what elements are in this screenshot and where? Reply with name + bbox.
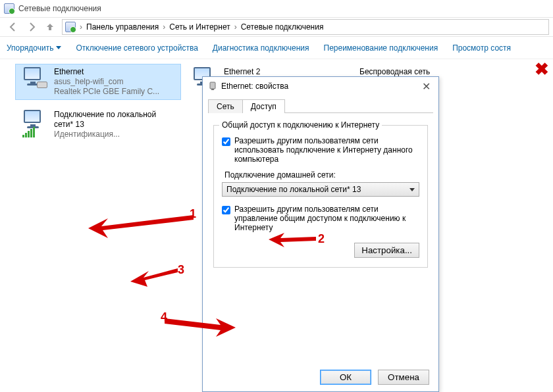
command-bar: Упорядочить Отключение сетевого устройст…: [0, 37, 553, 59]
groupbox-legend: Общий доступ к подключению к Интернету: [219, 120, 382, 130]
adapter-name: Беспроводная сеть: [359, 67, 430, 77]
addr-icon: [65, 22, 76, 32]
adapter-lan13[interactable]: Подключение по локальной сети* 13 Иденти…: [16, 107, 180, 142]
nav-back-button[interactable]: [4, 19, 22, 35]
window-titlebar: Сетевые подключения: [0, 0, 553, 17]
adapter-name: Ethernet 2: [224, 67, 260, 77]
cancel-button[interactable]: Отмена: [378, 370, 429, 385]
allow-sharing-label: Разрешить другим пользователям сети испо…: [234, 136, 419, 164]
breadcrumb-item[interactable]: Сеть и Интернет: [167, 22, 232, 32]
breadcrumb-item[interactable]: Панель управления: [84, 22, 161, 32]
adapter-ethernet[interactable]: Ethernet asus_help-wifi_com Realtek PCIe…: [16, 64, 180, 99]
allow-control-input[interactable]: [222, 206, 230, 214]
home-network-label: Подключение домашней сети:: [224, 170, 419, 180]
properties-dialog: Ethernet: свойства ✕ Сеть Доступ Общий д…: [202, 76, 439, 392]
tab-network[interactable]: Сеть: [208, 99, 243, 113]
allow-sharing-input[interactable]: [222, 137, 230, 146]
nav-up-button[interactable]: [41, 19, 59, 35]
network-adapter-icon: [20, 67, 50, 95]
chevron-right-icon: ›: [161, 22, 167, 32]
organize-menu[interactable]: Упорядочить: [7, 43, 61, 53]
breadcrumb-item[interactable]: Сетевые подключения: [238, 22, 327, 32]
nav-row: › Панель управления › Сеть и Интернет › …: [0, 17, 553, 37]
annotation-4: 4: [161, 310, 167, 324]
adapter-status: asus_help-wifi_com: [54, 77, 159, 87]
view-status-cmd[interactable]: Просмотр состя: [452, 43, 511, 53]
adapter-name: Подключение по локальной сети* 13: [54, 110, 166, 130]
sharing-groupbox: Общий доступ к подключению к Интернету Р…: [213, 125, 428, 268]
adapter-device: Realtek PCIe GBE Family C...: [54, 87, 159, 97]
window-icon: [4, 3, 14, 14]
dialog-titlebar: Ethernet: свойства ✕: [203, 77, 438, 95]
annotation-1: 1: [190, 207, 196, 221]
chevron-right-icon: ›: [233, 22, 238, 32]
network-adapter-icon: [20, 110, 50, 137]
window-title: Сетевые подключения: [18, 4, 101, 13]
nav-forward-button[interactable]: [22, 19, 41, 35]
settings-button[interactable]: Настройка...: [354, 243, 419, 258]
disabled-x-icon: ✖: [535, 59, 549, 80]
adapter-name: Ethernet: [54, 67, 159, 77]
home-network-combo[interactable]: Подключение по локальной сети* 13: [222, 182, 419, 197]
allow-sharing-checkbox[interactable]: Разрешить другим пользователям сети испо…: [222, 136, 419, 164]
diagnose-cmd[interactable]: Диагностика подключения: [213, 43, 309, 53]
ethernet-icon: [208, 82, 217, 91]
svg-rect-0: [210, 82, 215, 89]
allow-control-checkbox[interactable]: Разрешить другим пользователям сети упра…: [222, 205, 419, 232]
svg-rect-1: [211, 89, 214, 90]
chevron-right-icon: ›: [78, 22, 84, 32]
annotation-3: 3: [178, 263, 184, 277]
rename-cmd[interactable]: Переименование подключения: [324, 43, 438, 53]
address-bar[interactable]: › Панель управления › Сеть и Интернет › …: [62, 19, 549, 35]
tab-sharing[interactable]: Доступ: [242, 99, 285, 113]
adapter-status: Идентификация...: [54, 130, 166, 139]
disable-device-cmd[interactable]: Отключение сетевого устройства: [76, 43, 198, 53]
dialog-close-button[interactable]: ✕: [419, 80, 433, 93]
dialog-title: Ethernet: свойства: [221, 82, 288, 91]
allow-control-label: Разрешить другим пользователям сети упра…: [234, 205, 419, 232]
ok-button[interactable]: ОК: [320, 370, 371, 385]
home-network-value: Подключение по локальной сети* 13: [226, 185, 361, 194]
